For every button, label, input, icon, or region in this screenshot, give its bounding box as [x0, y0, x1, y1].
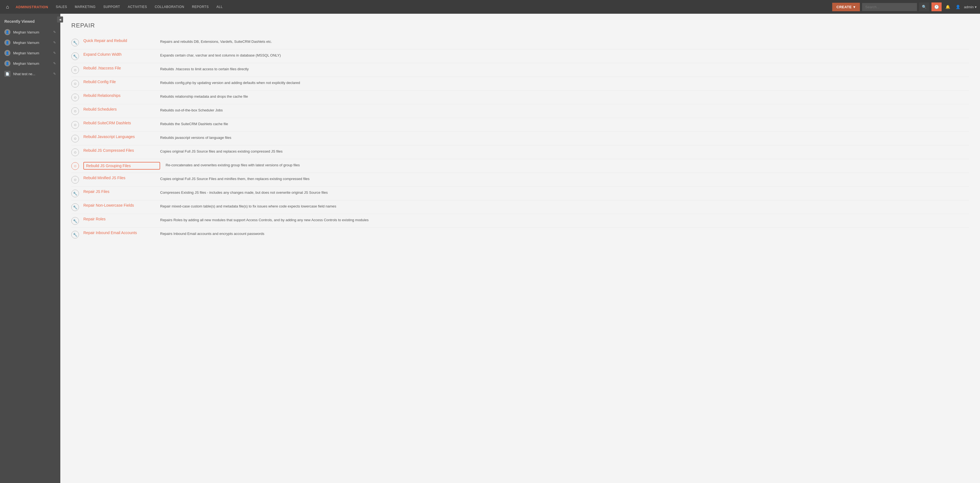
repair-desc-repair-inbound-email: Repairs Inbound Email accounts and encry… — [160, 231, 969, 237]
avatar-meghan-4: 👤 — [5, 61, 10, 66]
wrench-icon-repair-inbound-email: 🔧 — [71, 231, 79, 239]
repair-desc-rebuild-suitecrm-dashlets: Rebuilds the SuiteCRM Dashlets cache fil… — [160, 121, 969, 127]
edit-icon-2[interactable]: ✎ — [53, 41, 56, 45]
edit-icon-5[interactable]: ✎ — [53, 72, 56, 76]
edit-icon-3[interactable]: ✎ — [53, 51, 56, 55]
circle-icon-rebuild-relationships: ○ — [71, 94, 79, 101]
admin-chevron-icon: ▾ — [975, 5, 977, 9]
circle-icon-rebuild-js-compressed: ○ — [71, 148, 79, 156]
avatar-meghan-1: 👤 — [5, 29, 10, 35]
avatar-meghan-3: 👤 — [5, 50, 10, 56]
repair-desc-rebuild-config: Rebuilds config.php by updating version … — [160, 80, 969, 86]
circle-icon-rebuild-htaccess: ○ — [71, 66, 79, 74]
wrench-icon-repair-non-lowercase: 🔧 — [71, 203, 79, 211]
edit-icon-4[interactable]: ✎ — [53, 62, 56, 65]
sidebar-item-meghan-3[interactable]: 👤 Meghan Varnum ✎ — [0, 48, 60, 58]
repair-link-rebuild-js-compressed[interactable]: Rebuild JS Compressed Files — [83, 148, 155, 153]
repair-item-rebuild-js-grouping: ○Rebuild JS Grouping FilesRe-concatenate… — [71, 159, 969, 173]
nav-right-section: CREATE ▾ 🔍 🕐 🔔 👤 admin ▾ — [832, 2, 977, 11]
nav-collaboration[interactable]: COLLABORATION — [151, 0, 188, 14]
nav-reports[interactable]: REPORTS — [188, 0, 213, 14]
repair-item-repair-inbound-email: 🔧Repair Inbound Email AccountsRepairs In… — [71, 228, 969, 241]
sidebar-header: Recently Viewed — [0, 16, 60, 27]
sidebar-label-meghan-4: Meghan Varnum — [13, 62, 39, 65]
page-layout: Recently Viewed 👤 Meghan Varnum ✎ 👤 Megh… — [0, 14, 980, 483]
sidebar-collapse-button[interactable]: ◀ — [57, 16, 63, 22]
repair-item-rebuild-relationships: ○Rebuild RelationshipsRebuilds relations… — [71, 91, 969, 104]
repair-desc-quick-repair: Repairs and rebuilds DB, Extensions, Var… — [160, 38, 969, 45]
repair-link-rebuild-htaccess[interactable]: Rebuild .htaccess File — [83, 66, 155, 70]
repair-link-rebuild-relationships[interactable]: Rebuild Relationships — [83, 93, 155, 98]
main-content: REPAIR 🔧Quick Repair and RebuildRepairs … — [60, 14, 980, 483]
create-button[interactable]: CREATE ▾ — [832, 3, 860, 11]
repair-desc-repair-js-files: Compresses Existing JS files - includes … — [160, 190, 969, 195]
circle-icon-rebuild-js-grouping: ○ — [71, 162, 79, 170]
admin-menu[interactable]: admin ▾ — [964, 5, 977, 9]
wrench-icon-repair-roles: 🔧 — [71, 217, 79, 225]
circle-icon-rebuild-suitecrm-dashlets: ○ — [71, 121, 79, 129]
nav-all[interactable]: ALL — [213, 0, 226, 14]
repair-item-rebuild-js-languages: ○Rebuild Javascript LanguagesRebuilds ja… — [71, 132, 969, 145]
repair-desc-rebuild-js-languages: Rebuilds javascript versions of language… — [160, 134, 969, 140]
nav-support[interactable]: SUPPORT — [100, 0, 124, 14]
nav-marketing[interactable]: MARKETING — [71, 0, 100, 14]
circle-icon-rebuild-schedulers: ○ — [71, 107, 79, 115]
wrench-icon-quick-repair: 🔧 — [71, 39, 79, 46]
repair-link-repair-roles[interactable]: Repair Roles — [83, 217, 155, 221]
repair-link-repair-js-files[interactable]: Repair JS Files — [83, 190, 155, 194]
repair-link-repair-non-lowercase[interactable]: Repair Non-Lowercase Fields — [83, 203, 155, 207]
repair-link-rebuild-config[interactable]: Rebuild Config File — [83, 80, 155, 84]
repair-link-rebuild-minified-js[interactable]: Rebuild Minified JS Files — [83, 175, 155, 180]
repair-link-rebuild-schedulers[interactable]: Rebuild Schedulers — [83, 107, 155, 112]
page-title: REPAIR — [71, 22, 969, 29]
repair-desc-rebuild-schedulers: Rebuilds out-of-the-box Scheduler Jobs — [160, 107, 969, 113]
repair-link-rebuild-js-languages[interactable]: Rebuild Javascript Languages — [83, 134, 155, 139]
sidebar-label-meghan-2: Meghan Varnum — [13, 41, 39, 45]
repair-item-repair-roles: 🔧Repair RolesRepairs Roles by adding all… — [71, 214, 969, 228]
repair-desc-rebuild-minified-js: Copies original Full JS Source Files and… — [160, 175, 969, 182]
bell-icon-button[interactable]: 🔔 — [944, 2, 952, 11]
sidebar-item-meghan-1[interactable]: 👤 Meghan Varnum ✎ — [0, 27, 60, 37]
nav-sales[interactable]: SALES — [52, 0, 71, 14]
nav-activities[interactable]: ACTIVITIES — [124, 0, 151, 14]
circle-icon-rebuild-js-languages: ○ — [71, 135, 79, 142]
user-avatar-button[interactable]: 👤 — [954, 2, 962, 11]
repair-item-rebuild-suitecrm-dashlets: ○Rebuild SuiteCRM DashletsRebuilds the S… — [71, 118, 969, 132]
clock-icon-button[interactable]: 🕐 — [931, 2, 942, 11]
repair-desc-rebuild-relationships: Rebuilds relationship metadata and drops… — [160, 93, 969, 99]
sidebar-label-meghan-1: Meghan Varnum — [13, 30, 39, 34]
repair-item-rebuild-htaccess: ○Rebuild .htaccess FileRebuilds .htacces… — [71, 63, 969, 77]
repair-link-rebuild-suitecrm-dashlets[interactable]: Rebuild SuiteCRM Dashlets — [83, 121, 155, 125]
wrench-icon-expand-column: 🔧 — [71, 53, 79, 60]
repair-desc-repair-non-lowercase: Repair mixed-case custom table(s) and me… — [160, 203, 969, 209]
repair-item-rebuild-js-compressed: ○Rebuild JS Compressed FilesCopies origi… — [71, 145, 969, 159]
note-icon-nhat: 📄 — [5, 71, 10, 77]
sidebar-item-meghan-4[interactable]: 👤 Meghan Varnum ✎ — [0, 58, 60, 69]
home-icon[interactable]: ⌂ — [3, 4, 12, 10]
edit-icon-1[interactable]: ✎ — [53, 30, 56, 34]
sidebar: Recently Viewed 👤 Meghan Varnum ✎ 👤 Megh… — [0, 14, 60, 483]
circle-icon-rebuild-minified-js: ○ — [71, 176, 79, 183]
repair-link-repair-inbound-email[interactable]: Repair Inbound Email Accounts — [83, 231, 155, 235]
repair-item-rebuild-schedulers: ○Rebuild SchedulersRebuilds out-of-the-b… — [71, 104, 969, 118]
repair-desc-expand-column: Expands certain char, varchar and text c… — [160, 52, 969, 58]
repair-desc-repair-roles: Repairs Roles by adding all new modules … — [160, 217, 969, 223]
repair-item-quick-repair: 🔧Quick Repair and RebuildRepairs and reb… — [71, 36, 969, 49]
chevron-down-icon: ▾ — [853, 5, 856, 9]
search-icon-button[interactable]: 🔍 — [919, 2, 929, 11]
repair-link-rebuild-js-grouping[interactable]: Rebuild JS Grouping Files — [86, 164, 158, 168]
sidebar-label-meghan-3: Meghan Varnum — [13, 51, 39, 55]
repair-item-rebuild-minified-js: ○Rebuild Minified JS FilesCopies origina… — [71, 173, 969, 187]
repair-link-quick-repair[interactable]: Quick Repair and Rebuild — [83, 38, 155, 43]
wrench-icon-repair-js-files: 🔧 — [71, 190, 79, 197]
brand-link[interactable]: ADMINISTRATION — [12, 5, 52, 9]
search-input[interactable] — [862, 3, 917, 11]
repair-item-repair-js-files: 🔧Repair JS FilesCompresses Existing JS f… — [71, 187, 969, 200]
repair-desc-rebuild-htaccess: Rebuilds .htaccess to limit access to ce… — [160, 66, 969, 72]
sidebar-item-meghan-2[interactable]: 👤 Meghan Varnum ✎ — [0, 37, 60, 48]
repair-link-expand-column[interactable]: Expand Column Width — [83, 52, 155, 57]
repair-desc-rebuild-js-grouping: Re-concatenates and overwrites existing … — [165, 162, 969, 168]
sidebar-item-nhat[interactable]: 📄 Nhat test ne... ✎ — [0, 69, 60, 79]
sidebar-label-nhat: Nhat test ne... — [13, 72, 35, 76]
repair-desc-rebuild-js-compressed: Copies original Full JS Source files and… — [160, 148, 969, 154]
